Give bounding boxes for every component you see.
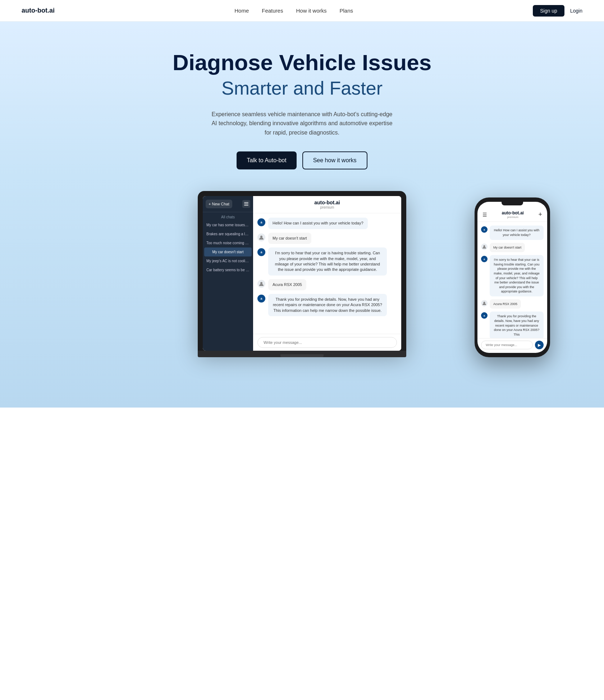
hero-headline2: Smarter and Faster bbox=[7, 77, 597, 99]
nav-actions: Sign up Login bbox=[533, 5, 582, 17]
bot-avatar: a bbox=[257, 218, 265, 226]
signup-button[interactable]: Sign up bbox=[533, 5, 564, 17]
phone-message-bubble: Hello! How can I assist you with your ve… bbox=[490, 226, 544, 240]
phone-message-row: a I'm sorry to hear that your car is hav… bbox=[481, 255, 544, 296]
chat-brand-sub: premium bbox=[257, 205, 398, 209]
talk-autobot-button[interactable]: Talk to Auto-bot bbox=[237, 151, 296, 169]
chat-list-item[interactable]: Too much noise coming from... bbox=[203, 238, 253, 247]
phone-brand: auto-bot.ai bbox=[487, 210, 538, 215]
bot-avatar: a bbox=[257, 295, 265, 303]
phone-message-bubble: My car doesn't start bbox=[490, 243, 525, 253]
new-chat-label: + New Chat bbox=[209, 202, 229, 206]
devices-section: + New Chat All chats My car has some iss… bbox=[7, 191, 597, 386]
chat-input[interactable] bbox=[257, 337, 397, 348]
message-row: a Thank you for providing the details. N… bbox=[257, 294, 397, 316]
chat-messages: a Hello! How can I assist you with your … bbox=[253, 213, 401, 334]
hero-description: Experience seamless vehicle maintenance … bbox=[209, 110, 395, 137]
chat-header: auto-bot.ai premium bbox=[253, 196, 401, 213]
phone-send-button[interactable]: ▶ bbox=[535, 341, 544, 349]
phone-notch bbox=[502, 202, 523, 205]
chat-list-item[interactable]: My car has some issues this... bbox=[203, 221, 253, 229]
laptop-screen: + New Chat All chats My car has some iss… bbox=[203, 196, 401, 351]
nav-how-it-works[interactable]: How it works bbox=[296, 8, 326, 14]
hero-section: Diagnose Vehicle Issues Smarter and Fast… bbox=[0, 22, 604, 408]
phone-menu-icon[interactable]: ☰ bbox=[482, 212, 487, 218]
message-bubble: I'm sorry to hear that your car is havin… bbox=[268, 247, 387, 276]
nav-links: Home Features How it works Plans bbox=[234, 8, 353, 14]
phone-mockup: ☰ auto-bot.ai premium + a Hello! How can… bbox=[475, 197, 550, 357]
message-bubble: Thank you for providing the details. Now… bbox=[268, 294, 387, 316]
chat-list-item[interactable]: My jeep's AC is not cooling en... bbox=[203, 256, 253, 265]
chat-list: My car has some issues this... Brakes ar… bbox=[203, 221, 253, 274]
svg-rect-2 bbox=[244, 205, 248, 206]
phone-chat-input[interactable] bbox=[481, 341, 533, 349]
phone-header-inner: auto-bot.ai premium bbox=[487, 210, 538, 219]
phone-screen: ☰ auto-bot.ai premium + a Hello! How can… bbox=[477, 202, 547, 353]
phone-message-bubble: Thank you for providing the details. Now… bbox=[490, 312, 544, 338]
chat-sidebar: + New Chat All chats My car has some iss… bbox=[203, 196, 253, 351]
phone-message-row: a Thank you for providing the details. N… bbox=[481, 312, 544, 338]
user-avatar bbox=[257, 280, 265, 288]
phone-message-row: My car doesn't start bbox=[481, 243, 544, 253]
chat-brand: auto-bot.ai bbox=[257, 200, 398, 205]
phone-message-bubble: I'm sorry to hear that your car is havin… bbox=[490, 255, 544, 296]
phone-bot-avatar: a bbox=[481, 226, 488, 233]
message-bubble: My car doesn't start bbox=[268, 233, 311, 244]
chat-input-area bbox=[253, 334, 401, 351]
message-bubble: Acura RSX 2005 bbox=[268, 279, 306, 290]
phone-message-bubble: Acura RSX 2005 bbox=[490, 299, 521, 309]
see-how-button[interactable]: See how it works bbox=[302, 151, 367, 169]
chat-ui: + New Chat All chats My car has some iss… bbox=[203, 196, 401, 351]
message-row: My car doesn't start bbox=[257, 233, 397, 244]
phone-input-area: ▶ bbox=[477, 338, 547, 353]
sidebar-toggle-button[interactable] bbox=[242, 200, 250, 208]
message-row: a I'm sorry to hear that your car is hav… bbox=[257, 247, 397, 276]
chat-list-item[interactable]: Brakes are squealing a lot lat... bbox=[203, 229, 253, 238]
user-avatar bbox=[257, 233, 265, 241]
sidebar-header: + New Chat bbox=[203, 196, 253, 212]
svg-rect-1 bbox=[244, 204, 248, 204]
chat-list-item-active[interactable]: My car doesn't start bbox=[204, 247, 252, 256]
phone-user-avatar bbox=[481, 300, 488, 306]
phone-brand-sub: premium bbox=[487, 215, 538, 219]
message-row: Acura RSX 2005 bbox=[257, 279, 397, 290]
hero-buttons: Talk to Auto-bot See how it works bbox=[7, 151, 597, 169]
nav-features[interactable]: Features bbox=[262, 8, 283, 14]
message-row: a Hello! How can I assist you with your … bbox=[257, 218, 397, 229]
phone-add-icon[interactable]: + bbox=[538, 211, 542, 218]
phone-message-row: a Hello! How can I assist you with your … bbox=[481, 226, 544, 240]
chat-main: auto-bot.ai premium a Hello! How can I a… bbox=[253, 196, 401, 351]
svg-rect-0 bbox=[244, 202, 248, 203]
navigation: auto-bot.ai Home Features How it works P… bbox=[0, 0, 604, 22]
phone-bot-avatar: a bbox=[481, 256, 488, 262]
phone-user-avatar bbox=[481, 244, 488, 250]
phone-bot-avatar: a bbox=[481, 312, 488, 319]
nav-home[interactable]: Home bbox=[234, 8, 249, 14]
chat-list-item[interactable]: Car battery seems to be not f... bbox=[203, 265, 253, 274]
phone-message-row: Acura RSX 2005 bbox=[481, 299, 544, 309]
logo[interactable]: auto-bot.ai bbox=[22, 7, 55, 14]
bot-avatar: a bbox=[257, 248, 265, 256]
phone-messages: a Hello! How can I assist you with your … bbox=[477, 222, 547, 338]
hero-headline1: Diagnose Vehicle Issues bbox=[7, 50, 597, 75]
message-bubble: Hello! How can I assist you with your ve… bbox=[268, 218, 368, 229]
new-chat-button[interactable]: + New Chat bbox=[206, 200, 232, 208]
nav-plans[interactable]: Plans bbox=[339, 8, 353, 14]
login-button[interactable]: Login bbox=[570, 8, 582, 14]
laptop-mockup: + New Chat All chats My car has some iss… bbox=[198, 191, 406, 357]
laptop-base bbox=[198, 351, 406, 357]
laptop-outer: + New Chat All chats My car has some iss… bbox=[198, 191, 406, 351]
all-chats-label: All chats bbox=[203, 212, 253, 221]
phone-outer: ☰ auto-bot.ai premium + a Hello! How can… bbox=[475, 197, 550, 357]
